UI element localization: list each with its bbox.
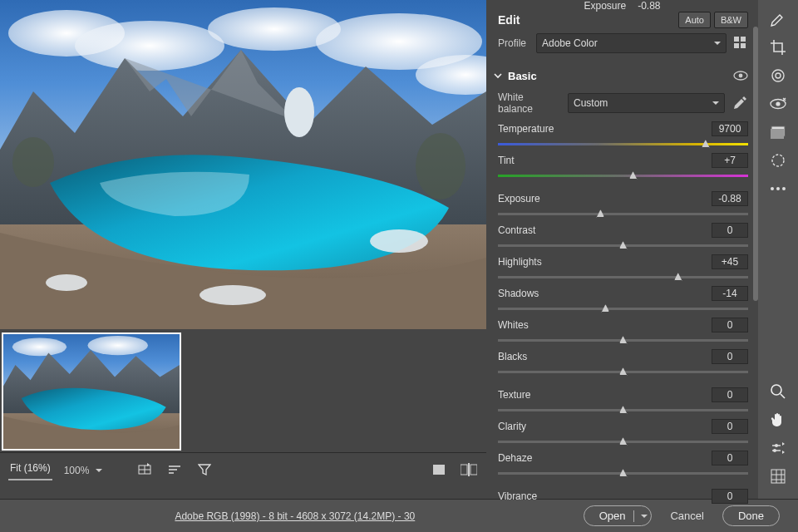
edit-panel: Exposure -0.88 Edit Auto B&W Profile Ado… [486,0,758,499]
whites-slider[interactable]: Whites0 [498,318,748,346]
vibrance-slider[interactable]: Vibrance0 [498,489,748,504]
svg-point-38 [782,187,786,190]
shadows-slider[interactable]: Shadows-14 [498,286,748,314]
svg-rect-25 [741,43,746,48]
local-adjust-tool-icon[interactable] [761,434,795,462]
svg-rect-42 [771,470,785,483]
highlights-value[interactable]: +45 [712,254,748,269]
color-sample-tool-icon[interactable] [761,146,795,175]
tint-slider[interactable]: Tint+7 [498,153,748,181]
readout-strip: Exposure -0.88 [486,0,758,12]
svg-rect-22 [734,37,739,42]
more-icon[interactable] [761,175,795,203]
chevron-down-icon [712,37,721,49]
chevron-down-icon [94,465,102,476]
svg-point-12 [12,137,54,187]
svg-point-41 [773,449,776,452]
svg-point-39 [771,385,781,395]
texture-value[interactable]: 0 [712,387,748,402]
dehaze-slider[interactable]: Dehaze0 [498,451,748,479]
profile-label: Profile [498,37,530,49]
svg-rect-21 [468,463,470,476]
temperature-slider[interactable]: Temperature9700 [498,121,748,150]
clarity-value[interactable]: 0 [712,419,748,434]
svg-rect-23 [741,37,746,42]
svg-rect-18 [433,465,445,475]
grid-view-icon[interactable] [761,462,795,490]
svg-rect-24 [734,43,739,48]
bw-button[interactable]: B&W [714,12,748,28]
filter-icon[interactable] [195,461,214,479]
texture-slider[interactable]: Texture0 [498,387,748,416]
zoom-100-button[interactable]: 100% [64,463,103,476]
filmstrip [0,329,486,452]
tool-column [758,0,798,499]
panel-title: Edit [498,13,520,27]
svg-point-8 [370,229,428,253]
auto-button[interactable]: Auto [678,12,711,28]
chevron-down-icon [711,97,719,109]
masking-tool-icon[interactable] [761,118,795,146]
whites-value[interactable]: 0 [712,318,748,332]
white-balance-select[interactable]: Custom [568,93,725,113]
scrollbar[interactable] [753,27,758,301]
edit-tool-icon[interactable] [761,5,795,33]
single-view-icon[interactable] [430,461,448,479]
svg-point-11 [416,133,466,200]
svg-point-9 [200,285,266,305]
svg-point-36 [771,187,774,190]
compare-view-icon[interactable] [460,461,478,479]
svg-point-31 [776,101,780,106]
white-balance-label: White balance [498,91,561,115]
cycle-grid-icon[interactable] [135,461,154,479]
vibrance-value[interactable]: 0 [712,489,748,504]
blacks-slider[interactable]: Blacks0 [498,349,748,377]
zoom-tool-icon[interactable] [761,377,795,406]
blacks-value[interactable]: 0 [712,349,748,364]
exposure-slider[interactable]: Exposure-0.88 [498,191,748,219]
svg-point-6 [284,87,314,137]
image-preview[interactable] [0,0,486,329]
visibility-toggle-icon[interactable] [733,68,748,83]
temperature-value[interactable]: 9700 [712,121,748,136]
svg-point-29 [776,73,781,78]
thumbnail-selected[interactable] [2,332,181,451]
basic-section-header[interactable]: Basic [486,62,758,88]
profile-browser-icon[interactable] [733,36,748,51]
crop-tool-icon[interactable] [761,33,795,62]
svg-rect-20 [470,465,477,475]
svg-point-15 [87,336,147,355]
svg-point-2 [75,21,224,71]
highlights-slider[interactable]: Highlights+45 [498,254,748,283]
bottom-toolbar: Fit (16%) 100% [0,452,486,485]
tint-value[interactable]: +7 [712,153,748,168]
contrast-value[interactable]: 0 [712,223,748,238]
svg-point-10 [46,274,87,291]
svg-point-14 [12,337,66,356]
chevron-down-icon [493,71,503,81]
dehaze-value[interactable]: 0 [712,451,748,466]
clarity-slider[interactable]: Clarity0 [498,419,748,447]
hand-tool-icon[interactable] [761,406,795,434]
shadows-value[interactable]: -14 [712,286,748,301]
svg-rect-19 [461,465,467,475]
svg-rect-34 [771,129,784,139]
healing-tool-icon[interactable] [761,62,795,90]
svg-point-27 [739,74,743,78]
svg-point-28 [772,70,784,81]
sort-icon[interactable] [165,461,184,479]
eyedropper-icon[interactable] [732,95,748,111]
svg-point-37 [776,187,780,190]
profile-select[interactable]: Adobe Color [536,33,727,53]
svg-point-35 [772,155,784,166]
exposure-value[interactable]: -0.88 [712,191,748,206]
fit-zoom-label[interactable]: Fit (16%) [8,459,52,480]
redeye-tool-icon[interactable] [761,90,795,118]
contrast-slider[interactable]: Contrast0 [498,223,748,251]
svg-point-40 [775,444,778,447]
